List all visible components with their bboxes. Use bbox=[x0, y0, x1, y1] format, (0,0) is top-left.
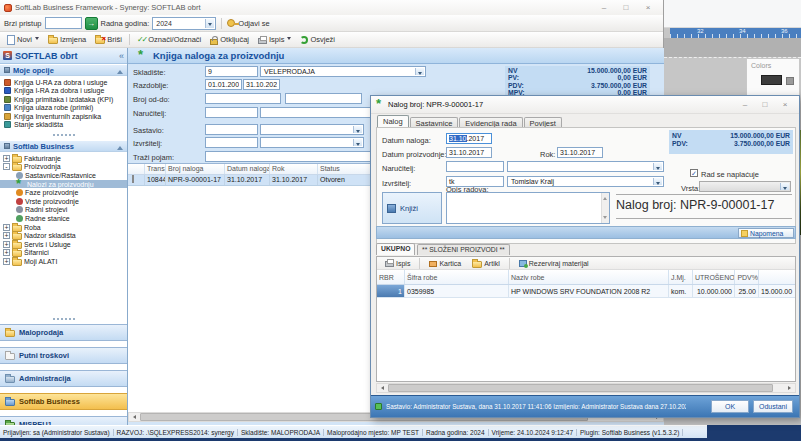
tree-item-radni-strojevi[interactable]: Radni strojevi bbox=[0, 206, 127, 215]
narucitelj-combo[interactable] bbox=[507, 161, 664, 172]
tree-item-sifarnici[interactable]: + Šifarnici bbox=[0, 249, 127, 258]
ispis-button[interactable]: Ispis bbox=[381, 257, 414, 270]
scroll-left-arrow[interactable] bbox=[377, 384, 387, 392]
opis-radova-textarea[interactable] bbox=[446, 192, 610, 224]
chevron-down-icon[interactable] bbox=[653, 178, 662, 185]
collapse-sidebar-button[interactable]: « bbox=[119, 51, 124, 61]
print-button[interactable]: Ispis bbox=[254, 33, 295, 46]
textarea-scrollbar[interactable] bbox=[601, 193, 609, 223]
sidebar-item-knjiga-ira[interactable]: Knjiga I-RA za dobra i usluge bbox=[0, 87, 127, 96]
chevron-down-icon[interactable] bbox=[653, 163, 662, 170]
maximize-button[interactable]: □ bbox=[755, 98, 775, 111]
group-header-softlab-business[interactable]: Softlab Business bbox=[0, 140, 127, 152]
tree-item-vrste-proizvodnje[interactable]: Vrste proizvodnje bbox=[0, 197, 127, 206]
panel-putni-troskovi[interactable]: Putni troškovi bbox=[0, 347, 128, 364]
new-button[interactable]: Novi bbox=[3, 33, 43, 46]
tree-item-fakturiranje[interactable]: + Fakturiranje bbox=[0, 154, 127, 163]
mark-unmark-button[interactable]: ✓✓ Označi/Odznači bbox=[133, 33, 205, 46]
table-row[interactable]: 1 0359985 HP WINDOWS SRV FOUNDATION 2008… bbox=[377, 285, 795, 298]
refresh-button[interactable]: Osvježi bbox=[296, 33, 339, 46]
scroll-right-arrow[interactable] bbox=[785, 384, 795, 392]
expand-icon[interactable]: + bbox=[3, 241, 10, 248]
expand-icon[interactable]: + bbox=[3, 258, 10, 265]
rok-input[interactable]: 31.10.2017 bbox=[557, 147, 603, 158]
unlock-button[interactable]: Otključaj bbox=[206, 33, 253, 46]
edit-button[interactable]: Izmjena bbox=[44, 33, 90, 46]
color-swatch[interactable] bbox=[761, 75, 782, 85]
knjizi-button[interactable]: Knjiži bbox=[382, 192, 442, 224]
sidebar-item-kpi[interactable]: Knjiga primitaka i izdataka (KPI) bbox=[0, 95, 127, 104]
color-swatch-secondary[interactable] bbox=[786, 77, 794, 85]
sidebar-item-ulaz-robe[interactable]: Knjiga ulaza robe (primki) bbox=[0, 104, 127, 113]
tree-item-radne-stanice[interactable]: Radne stanice bbox=[0, 214, 127, 223]
broj-do-input[interactable] bbox=[285, 93, 362, 104]
datum-proizvodnje-input[interactable]: 31.10.2017 bbox=[446, 147, 492, 158]
window-titlebar: SoftLab Business Framework - Synergy: SO… bbox=[0, 0, 663, 15]
logout-button[interactable]: Odjavi se bbox=[238, 19, 269, 28]
minimize-button[interactable]: – bbox=[735, 98, 755, 111]
izvrsitelj-combo[interactable] bbox=[260, 137, 364, 148]
quick-access-input[interactable] bbox=[45, 17, 82, 29]
expand-icon[interactable]: + bbox=[3, 232, 10, 239]
narucitelj-code-input[interactable] bbox=[446, 161, 504, 172]
sastavio-combo[interactable] bbox=[260, 124, 364, 135]
working-year-combo[interactable]: 2024 bbox=[152, 17, 216, 30]
sidebar-item-knjiga-ura[interactable]: Knjiga U-RA za dobra i usluge bbox=[0, 78, 127, 87]
izvrsitelj-code-input[interactable] bbox=[205, 137, 258, 148]
horizontal-scrollbar[interactable] bbox=[376, 383, 796, 393]
tree-item-nalozi-za-proizvodnju[interactable]: Nalozi za proizvodnju bbox=[0, 180, 127, 189]
group-header-moje-opcije[interactable]: Moje opcije bbox=[0, 64, 127, 76]
tree-item-nadzor-skladista[interactable]: + Nadzor skladišta bbox=[0, 231, 127, 240]
panel-maloprodaja[interactable]: Maloprodaja bbox=[0, 324, 128, 341]
collapse-icon[interactable]: - bbox=[3, 163, 10, 170]
scroll-left-arrow[interactable] bbox=[129, 413, 139, 421]
vrsta-combo[interactable] bbox=[699, 181, 791, 192]
scrollbar-thumb[interactable] bbox=[388, 384, 773, 392]
expand-icon[interactable]: + bbox=[3, 249, 10, 256]
ok-button[interactable]: OK bbox=[711, 400, 749, 413]
chevron-down-icon[interactable] bbox=[205, 19, 214, 28]
tree-item-roba[interactable]: + Roba bbox=[0, 223, 127, 232]
rezerviraj-materijal-button[interactable]: Rezerviraj materijal bbox=[515, 257, 593, 270]
ruler-number: 32 bbox=[697, 28, 704, 34]
skladiste-combo[interactable]: VELEPRODAJA bbox=[260, 66, 426, 77]
minimize-button[interactable]: – bbox=[593, 1, 615, 14]
rad-se-naplacuje-checkbox[interactable]: ✓ bbox=[690, 169, 698, 177]
narucitelj-code-input[interactable] bbox=[205, 107, 258, 118]
chevron-down-icon[interactable] bbox=[353, 126, 362, 133]
tree-item-moji-alati[interactable]: + Moji ALATI bbox=[0, 257, 127, 266]
kartica-button[interactable]: Kartica bbox=[425, 257, 465, 270]
izvrsitelj-combo[interactable]: Tomislav Kralj bbox=[507, 176, 664, 187]
panel-administracija[interactable]: Administracija bbox=[0, 370, 128, 387]
napomena-button[interactable]: Napomena bbox=[738, 228, 794, 238]
skladiste-code-input[interactable] bbox=[205, 66, 258, 77]
expand-icon[interactable]: + bbox=[3, 224, 10, 231]
tree-item-servis-usluge[interactable]: + Servis i Usluge bbox=[0, 240, 127, 249]
row-checkbox[interactable] bbox=[132, 175, 134, 183]
subtab-ukupno[interactable]: UKUPNO bbox=[376, 243, 415, 255]
note-icon bbox=[741, 230, 748, 237]
chevron-down-icon[interactable] bbox=[415, 68, 424, 75]
datum-naloga-input[interactable]: 31.10.2017 bbox=[446, 133, 492, 144]
splitter-handle[interactable] bbox=[0, 132, 127, 138]
artikl-button[interactable]: Artikl bbox=[468, 257, 504, 270]
broj-od-input[interactable] bbox=[205, 93, 281, 104]
maximize-button[interactable]: □ bbox=[615, 1, 637, 14]
subtab-slozeni-proizvodi[interactable]: ** SLOŽENI PROIZVODI ** bbox=[417, 244, 510, 255]
sidebar-item-stanje-skladista[interactable]: Stanje skladišta bbox=[0, 121, 127, 130]
panel-mispeu1[interactable]: MISPEU1 bbox=[0, 416, 128, 425]
close-button[interactable]: × bbox=[775, 98, 795, 111]
splitter-handle[interactable] bbox=[0, 316, 127, 322]
chevron-down-icon[interactable] bbox=[353, 139, 362, 146]
razdoblje-od-input[interactable] bbox=[205, 79, 242, 90]
razdoblje-do-input[interactable] bbox=[243, 79, 280, 90]
expand-icon[interactable]: + bbox=[3, 155, 10, 162]
go-button[interactable]: → bbox=[85, 17, 98, 30]
tree-item-proizvodnja[interactable]: - Proizvodnja bbox=[0, 163, 127, 172]
delete-button[interactable]: Briši bbox=[91, 33, 126, 46]
cancel-button[interactable]: Odustani bbox=[753, 400, 793, 413]
sastavio-code-input[interactable] bbox=[205, 124, 258, 135]
panel-softlab-business[interactable]: Softlab Business bbox=[0, 393, 128, 410]
sidebar-item-inventurni[interactable]: Knjiga Inventurnih zapisnika bbox=[0, 112, 127, 121]
close-button[interactable]: × bbox=[637, 1, 659, 14]
